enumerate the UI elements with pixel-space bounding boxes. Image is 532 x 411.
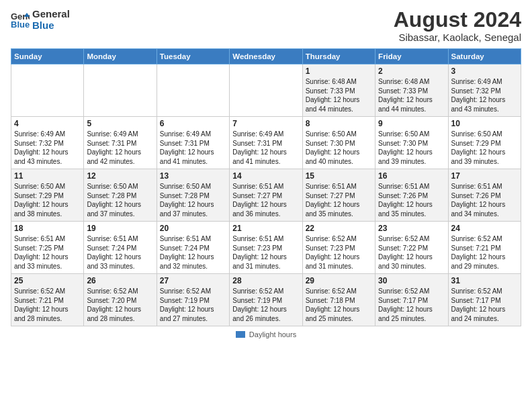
day-info: Sunrise: 6:52 AM Sunset: 7:17 PM Dayligh…: [378, 287, 445, 323]
day-info: Sunrise: 6:52 AM Sunset: 7:19 PM Dayligh…: [160, 287, 226, 323]
calendar-cell: 6Sunrise: 6:49 AM Sunset: 7:31 PM Daylig…: [157, 117, 229, 169]
calendar-cell: 14Sunrise: 6:51 AM Sunset: 7:27 PM Dayli…: [230, 169, 302, 222]
day-info: Sunrise: 6:49 AM Sunset: 7:32 PM Dayligh…: [14, 130, 81, 166]
weekday-saturday: Saturday: [448, 49, 521, 64]
week-row-4: 18Sunrise: 6:51 AM Sunset: 7:25 PM Dayli…: [11, 222, 521, 274]
day-info: Sunrise: 6:52 AM Sunset: 7:23 PM Dayligh…: [306, 234, 372, 271]
calendar-cell: [84, 64, 157, 117]
calendar-cell: 5Sunrise: 6:49 AM Sunset: 7:31 PM Daylig…: [84, 117, 157, 169]
day-number: 27: [160, 276, 226, 285]
calendar-cell: 18Sunrise: 6:51 AM Sunset: 7:25 PM Dayli…: [11, 222, 84, 274]
calendar-cell: 4Sunrise: 6:49 AM Sunset: 7:32 PM Daylig…: [11, 117, 84, 169]
day-number: 3: [451, 66, 518, 76]
calendar-cell: 25Sunrise: 6:52 AM Sunset: 7:21 PM Dayli…: [11, 274, 84, 326]
logo: General Blue General Blue: [11, 8, 70, 32]
daylight-swatch: [236, 331, 245, 338]
day-number: 15: [306, 171, 372, 181]
weekday-wednesday: Wednesday: [230, 49, 302, 64]
calendar-cell: 26Sunrise: 6:52 AM Sunset: 7:20 PM Dayli…: [84, 274, 157, 326]
calendar-table: SundayMondayTuesdayWednesdayThursdayFrid…: [11, 48, 521, 326]
day-info: Sunrise: 6:51 AM Sunset: 7:26 PM Dayligh…: [451, 182, 518, 218]
day-number: 21: [232, 224, 299, 233]
day-number: 2: [378, 66, 445, 76]
calendar-cell: 9Sunrise: 6:50 AM Sunset: 7:30 PM Daylig…: [375, 117, 448, 169]
day-info: Sunrise: 6:49 AM Sunset: 7:32 PM Dayligh…: [451, 77, 518, 113]
footer: Daylight hours: [11, 330, 521, 338]
day-info: Sunrise: 6:50 AM Sunset: 7:28 PM Dayligh…: [87, 182, 153, 218]
day-number: 11: [14, 171, 81, 181]
calendar-cell: 7Sunrise: 6:49 AM Sunset: 7:31 PM Daylig…: [230, 117, 302, 169]
day-number: 25: [14, 276, 81, 285]
day-number: 10: [451, 119, 518, 128]
day-number: 17: [451, 171, 518, 181]
calendar-cell: 24Sunrise: 6:52 AM Sunset: 7:21 PM Dayli…: [448, 222, 521, 274]
month-year: August 2024: [394, 8, 521, 32]
day-number: 28: [232, 276, 299, 285]
calendar-cell: 31Sunrise: 6:52 AM Sunset: 7:17 PM Dayli…: [448, 274, 521, 326]
day-number: 22: [306, 224, 372, 233]
weekday-tuesday: Tuesday: [157, 49, 229, 64]
day-number: 14: [232, 171, 299, 181]
day-info: Sunrise: 6:52 AM Sunset: 7:19 PM Dayligh…: [232, 287, 299, 323]
calendar-cell: 8Sunrise: 6:50 AM Sunset: 7:30 PM Daylig…: [302, 117, 375, 169]
calendar-cell: [230, 64, 302, 117]
day-info: Sunrise: 6:51 AM Sunset: 7:27 PM Dayligh…: [232, 182, 299, 218]
day-info: Sunrise: 6:49 AM Sunset: 7:31 PM Dayligh…: [232, 130, 299, 166]
day-number: 1: [306, 66, 372, 76]
calendar-cell: 29Sunrise: 6:52 AM Sunset: 7:18 PM Dayli…: [302, 274, 375, 326]
day-info: Sunrise: 6:52 AM Sunset: 7:22 PM Dayligh…: [378, 234, 445, 271]
calendar-cell: 15Sunrise: 6:51 AM Sunset: 7:27 PM Dayli…: [302, 169, 375, 222]
title-block: August 2024 Sibassar, Kaolack, Senegal: [394, 8, 521, 43]
day-number: 16: [378, 171, 445, 181]
calendar-cell: 27Sunrise: 6:52 AM Sunset: 7:19 PM Dayli…: [157, 274, 229, 326]
logo-general: General: [32, 8, 70, 19]
weekday-thursday: Thursday: [302, 49, 375, 64]
day-info: Sunrise: 6:51 AM Sunset: 7:24 PM Dayligh…: [87, 234, 153, 271]
day-number: 9: [378, 119, 445, 128]
calendar-cell: 23Sunrise: 6:52 AM Sunset: 7:22 PM Dayli…: [375, 222, 448, 274]
day-number: 20: [160, 224, 226, 233]
day-info: Sunrise: 6:48 AM Sunset: 7:33 PM Dayligh…: [306, 77, 372, 113]
footer-label: Daylight hours: [249, 330, 296, 338]
day-info: Sunrise: 6:51 AM Sunset: 7:23 PM Dayligh…: [232, 234, 299, 271]
day-number: 30: [378, 276, 445, 285]
day-info: Sunrise: 6:50 AM Sunset: 7:30 PM Dayligh…: [306, 130, 372, 166]
day-info: Sunrise: 6:50 AM Sunset: 7:29 PM Dayligh…: [14, 182, 81, 218]
day-number: 26: [87, 276, 153, 285]
day-info: Sunrise: 6:52 AM Sunset: 7:18 PM Dayligh…: [306, 287, 372, 323]
calendar-cell: 2Sunrise: 6:48 AM Sunset: 7:33 PM Daylig…: [375, 64, 448, 117]
week-row-2: 4Sunrise: 6:49 AM Sunset: 7:32 PM Daylig…: [11, 117, 521, 169]
calendar-cell: 10Sunrise: 6:50 AM Sunset: 7:29 PM Dayli…: [448, 117, 521, 169]
day-number: 31: [451, 276, 518, 285]
week-row-1: 1Sunrise: 6:48 AM Sunset: 7:33 PM Daylig…: [11, 64, 521, 117]
day-info: Sunrise: 6:49 AM Sunset: 7:31 PM Dayligh…: [87, 130, 153, 166]
day-number: 5: [87, 119, 153, 128]
day-info: Sunrise: 6:49 AM Sunset: 7:31 PM Dayligh…: [160, 130, 226, 166]
day-info: Sunrise: 6:50 AM Sunset: 7:29 PM Dayligh…: [451, 130, 518, 166]
location: Sibassar, Kaolack, Senegal: [394, 32, 521, 43]
weekday-friday: Friday: [375, 49, 448, 64]
calendar-cell: 16Sunrise: 6:51 AM Sunset: 7:26 PM Dayli…: [375, 169, 448, 222]
day-info: Sunrise: 6:51 AM Sunset: 7:24 PM Dayligh…: [160, 234, 226, 271]
calendar-cell: 11Sunrise: 6:50 AM Sunset: 7:29 PM Dayli…: [11, 169, 84, 222]
day-number: 23: [378, 224, 445, 233]
calendar-cell: 30Sunrise: 6:52 AM Sunset: 7:17 PM Dayli…: [375, 274, 448, 326]
weekday-monday: Monday: [84, 49, 157, 64]
calendar-cell: 19Sunrise: 6:51 AM Sunset: 7:24 PM Dayli…: [84, 222, 157, 274]
weekday-sunday: Sunday: [11, 49, 84, 64]
day-number: 12: [87, 171, 153, 181]
day-info: Sunrise: 6:48 AM Sunset: 7:33 PM Dayligh…: [378, 77, 445, 113]
day-info: Sunrise: 6:51 AM Sunset: 7:27 PM Dayligh…: [306, 182, 372, 218]
day-number: 19: [87, 224, 153, 233]
week-row-5: 25Sunrise: 6:52 AM Sunset: 7:21 PM Dayli…: [11, 274, 521, 326]
calendar-cell: [157, 64, 229, 117]
day-number: 13: [160, 171, 226, 181]
calendar-cell: 21Sunrise: 6:51 AM Sunset: 7:23 PM Dayli…: [230, 222, 302, 274]
page: General Blue General Blue August 2024 Si…: [0, 0, 532, 411]
calendar-cell: 13Sunrise: 6:50 AM Sunset: 7:28 PM Dayli…: [157, 169, 229, 222]
day-number: 7: [232, 119, 299, 128]
day-number: 18: [14, 224, 81, 233]
day-info: Sunrise: 6:51 AM Sunset: 7:26 PM Dayligh…: [378, 182, 445, 218]
logo-blue: Blue: [32, 19, 70, 31]
day-number: 8: [306, 119, 372, 128]
